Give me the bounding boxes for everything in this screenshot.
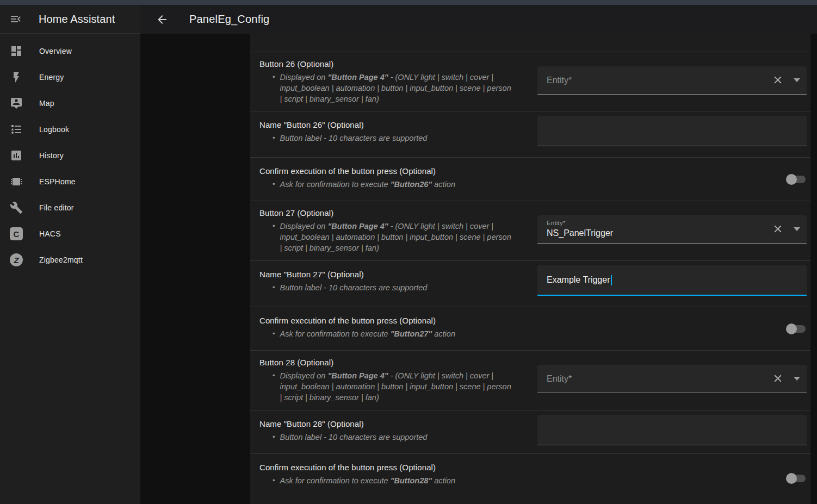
form-row-confirm: Confirm execution of the button press (O… (250, 158, 810, 201)
form-row-entity: Button 26 (Optional)•Displayed on "Butto… (250, 52, 810, 111)
entity-field-value: NS_PanelTrigger (547, 228, 613, 238)
sidebar-item-label: Logbook (39, 125, 69, 134)
sidebar: Home Assistant OverviewEnergyMapLogbookH… (0, 5, 140, 504)
confirm-toggle[interactable] (786, 323, 806, 334)
toggle-thumb (786, 323, 797, 334)
chevron-down-icon[interactable] (794, 377, 800, 381)
form-row-confirm: Confirm execution of the button press (O… (250, 307, 810, 351)
row-title: Name "Button 28" (Optional) (259, 419, 531, 428)
sidebar-item-logbook[interactable]: Logbook (0, 116, 140, 142)
arrow-left-icon (156, 13, 169, 26)
menu-open-icon (9, 19, 22, 27)
wrench-icon (10, 201, 23, 214)
zigbee-z-icon: Z (10, 253, 23, 266)
bullet-icon: • (273, 72, 275, 104)
chevron-down-icon[interactable] (794, 78, 800, 82)
close-icon[interactable] (772, 74, 784, 86)
bullet-icon: • (273, 179, 275, 190)
chevron-down-icon[interactable] (794, 227, 800, 231)
entity-combobox[interactable]: Entity*NS_PanelTrigger (537, 215, 807, 244)
row-description: •Ask for confirmation to execute "Button… (259, 179, 515, 190)
bullet-icon: • (273, 370, 275, 403)
row-description: •Ask for confirmation to execute "Button… (259, 328, 515, 339)
chart-box-icon (10, 149, 23, 162)
confirm-toggle[interactable] (786, 473, 806, 484)
format-list-bulleted-icon (10, 123, 23, 136)
row-title: Button 28 (Optional) (259, 358, 531, 367)
row-title: Button 26 (Optional) (259, 59, 531, 69)
sidebar-item-history[interactable]: History (0, 142, 140, 169)
sidebar-item-energy[interactable]: Energy (0, 64, 140, 90)
lightning-bolt-icon (10, 71, 23, 84)
sidebar-item-label: Zigbee2mqtt (39, 256, 83, 264)
button-name-input[interactable]: Example Trigger (537, 265, 807, 296)
form-row-entity: Button 27 (Optional)•Displayed on "Butto… (250, 201, 810, 261)
sidebar-item-label: Energy (39, 73, 64, 82)
chip-icon (10, 175, 23, 188)
bullet-icon: • (273, 328, 275, 339)
row-title: Name "Button 26" (Optional) (259, 120, 531, 129)
form-row-name: Name "Button 26" (Optional)•Button label… (250, 111, 810, 158)
sidebar-item-label: Map (39, 99, 54, 108)
sidebar-header: Home Assistant (0, 5, 140, 34)
form-row-confirm: Confirm execution of the button press (O… (250, 454, 810, 504)
tooltip-account-icon (10, 97, 23, 110)
back-button[interactable] (156, 13, 169, 26)
row-description: •Ask for confirmation to execute "Button… (259, 475, 515, 486)
sidebar-item-zigbee2mqtt[interactable]: ZZigbee2mqtt (0, 247, 140, 273)
sidebar-item-label: File editor (39, 203, 74, 212)
sidebar-item-label: ESPHome (39, 177, 76, 186)
row-description: •Displayed on "Button Page 4" - (ONLY li… (259, 72, 515, 104)
row-title: Button 27 (Optional) (259, 208, 531, 217)
row-description: •Button label - 10 characters are suppor… (259, 432, 515, 443)
bullet-icon: • (273, 475, 275, 486)
bullet-icon: • (273, 133, 275, 144)
sidebar-item-label: History (39, 151, 64, 160)
bullet-icon: • (273, 282, 275, 293)
hacs-c-icon: C (10, 227, 23, 240)
config-scroll-area: •Ask for confirmation to execute "Button… (140, 5, 817, 504)
form-row-entity: Button 28 (Optional)•Displayed on "Butto… (250, 351, 810, 410)
row-title: Confirm execution of the button press (O… (259, 463, 531, 472)
button-name-input[interactable] (537, 415, 807, 445)
close-icon[interactable] (772, 372, 784, 384)
bullet-icon: • (273, 432, 275, 443)
text-cursor (611, 275, 612, 285)
sidebar-item-esphome[interactable]: ESPHome (0, 169, 140, 195)
row-description: •Button label - 10 characters are suppor… (259, 133, 515, 144)
appbar: PanelEg_Config (140, 5, 817, 34)
close-icon[interactable] (772, 223, 784, 235)
sidebar-toggle-button[interactable] (9, 13, 22, 26)
sidebar-item-map[interactable]: Map (0, 90, 140, 116)
entity-field-label: Entity* (547, 66, 572, 94)
config-card: •Ask for confirmation to execute "Button… (250, 9, 810, 504)
sidebar-item-label: Overview (39, 47, 72, 55)
row-description: •Displayed on "Button Page 4" - (ONLY li… (259, 221, 515, 253)
main-area: •Ask for confirmation to execute "Button… (140, 5, 817, 504)
sidebar-item-hacs[interactable]: CHACS (0, 221, 140, 247)
entity-combobox[interactable]: Entity* (537, 66, 807, 95)
app-title: Home Assistant (39, 13, 115, 26)
bullet-icon: • (273, 221, 275, 253)
button-name-input[interactable] (537, 116, 807, 146)
entity-field-label: Entity* (547, 365, 572, 393)
form-row-name: Name "Button 28" (Optional)•Button label… (250, 410, 810, 454)
row-description: •Button label - 10 characters are suppor… (259, 282, 515, 293)
window-top-strip (0, 0, 817, 5)
sidebar-item-overview[interactable]: Overview (0, 38, 140, 64)
page-title: PanelEg_Config (189, 13, 269, 26)
entity-field-label: Entity* (547, 220, 566, 226)
sidebar-item-label: HACS (39, 229, 61, 238)
row-title: Confirm execution of the button press (O… (259, 166, 531, 176)
row-description: •Displayed on "Button Page 4" - (ONLY li… (259, 370, 515, 403)
toggle-thumb (786, 174, 797, 185)
view-dashboard-icon (10, 45, 23, 58)
row-title: Name "Button 27" (Optional) (259, 270, 531, 279)
toggle-thumb (786, 473, 797, 484)
row-title: Confirm execution of the button press (O… (259, 316, 531, 325)
entity-combobox[interactable]: Entity* (537, 365, 807, 393)
form-row-name: Name "Button 27" (Optional)•Button label… (250, 261, 810, 307)
confirm-toggle[interactable] (786, 174, 806, 185)
sidebar-nav: OverviewEnergyMapLogbookHistoryESPHomeFi… (0, 34, 140, 273)
sidebar-item-file-editor[interactable]: File editor (0, 195, 140, 221)
